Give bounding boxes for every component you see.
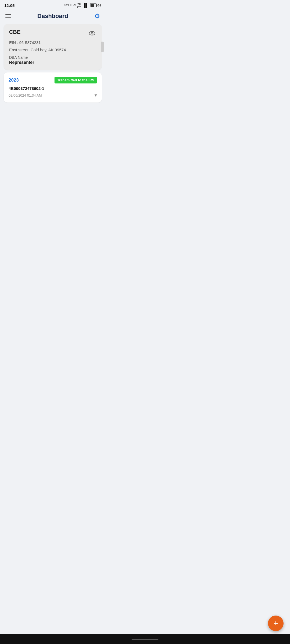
- lte-label: YoLTE: [77, 2, 81, 9]
- scroll-tab: [101, 42, 104, 52]
- filing-card[interactable]: 2023 Transmitted to the IRS 4B0003724786…: [4, 72, 102, 103]
- hamburger-line-1: [5, 14, 11, 15]
- hamburger-line-3: [5, 17, 11, 18]
- filing-year: 2023: [9, 78, 19, 83]
- status-time: 12:05: [4, 3, 15, 8]
- business-ein: EIN : 96-5874231: [9, 40, 96, 45]
- battery-level: 59: [98, 4, 101, 7]
- settings-icon[interactable]: ⚙: [94, 12, 100, 20]
- hamburger-line-2: [5, 16, 9, 16]
- dba-value: Representer: [9, 60, 96, 65]
- filing-id: 4B000372478602-1: [9, 86, 97, 91]
- signal-bars: ▐▌: [82, 3, 89, 8]
- status-bar: 12:05 0.21 KB/S YoLTE ▐▌ 59: [0, 0, 106, 10]
- main-content: CBE EIN : 96-5874231 East street, Cold b…: [0, 24, 106, 103]
- business-name: CBE: [9, 29, 20, 35]
- filing-top: 2023 Transmitted to the IRS: [9, 77, 97, 83]
- network-speed: 0.21 KB/S: [64, 4, 76, 7]
- chevron-down-icon[interactable]: ▾: [95, 92, 97, 98]
- svg-point-2: [92, 33, 93, 34]
- battery-icon: [90, 3, 97, 7]
- business-address: East street, Cold bay, AK 99574: [9, 47, 96, 52]
- dba-label: DBA Name: [9, 55, 96, 60]
- page-title: Dashboard: [37, 13, 68, 20]
- business-card[interactable]: CBE EIN : 96-5874231 East street, Cold b…: [4, 24, 102, 70]
- menu-button[interactable]: [5, 14, 11, 18]
- filing-bottom: 02/06/2024 01:34 AM ▾: [9, 92, 97, 98]
- eye-icon[interactable]: [88, 29, 96, 38]
- filing-date: 02/06/2024 01:34 AM: [9, 93, 42, 97]
- business-card-header: CBE: [9, 29, 96, 38]
- transmitted-badge: Transmitted to the IRS: [55, 77, 97, 83]
- status-icons: 0.21 KB/S YoLTE ▐▌ 59: [64, 2, 101, 9]
- app-header: Dashboard ⚙: [0, 10, 106, 24]
